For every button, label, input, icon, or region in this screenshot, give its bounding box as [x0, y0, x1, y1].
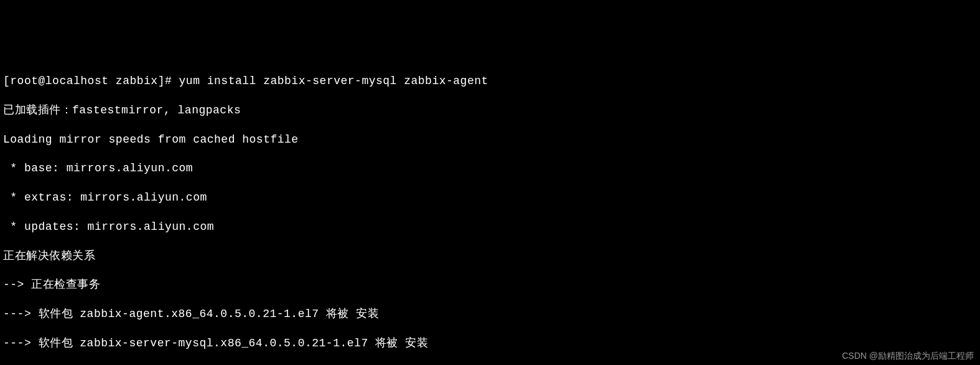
terminal-line: * extras: mirrors.aliyun.com: [3, 191, 977, 205]
terminal-line: 已加载插件：fastestmirror, langpacks: [3, 103, 977, 118]
terminal-line: --> 正在检查事务: [3, 278, 977, 292]
terminal-line: ---> 软件包 zabbix-server-mysql.x86_64.0.5.…: [3, 336, 977, 351]
terminal-line: [root@localhost zabbix]# yum install zab…: [3, 74, 977, 88]
terminal-output[interactable]: [root@localhost zabbix]# yum install zab…: [3, 60, 977, 365]
terminal-line: * base: mirrors.aliyun.com: [3, 161, 977, 176]
terminal-line: 正在解决依赖关系: [3, 249, 977, 263]
watermark-text: CSDN @励精图治成为后端工程师: [842, 350, 974, 361]
terminal-line: ---> 软件包 zabbix-agent.x86_64.0.5.0.21-1.…: [3, 307, 977, 321]
terminal-line: Loading mirror speeds from cached hostfi…: [3, 133, 977, 147]
terminal-line: * updates: mirrors.aliyun.com: [3, 220, 977, 234]
